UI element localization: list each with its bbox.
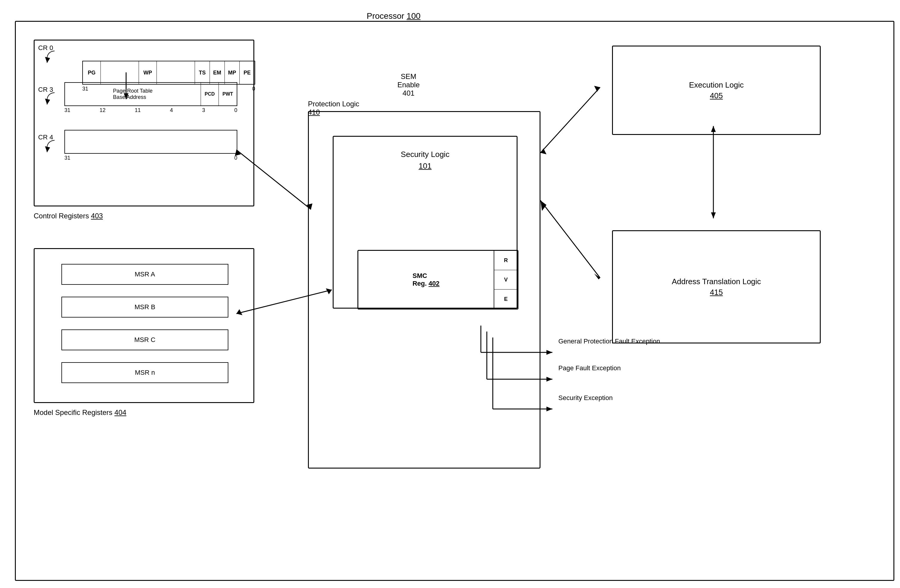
processor-box: SEM Enable 401 CR 0 PG WP TS EM MP PE 31…	[15, 21, 894, 581]
svg-line-11	[540, 200, 600, 278]
protection-logic-label: Protection Logic 410	[308, 100, 359, 116]
security-logic-label: Security Logic101	[334, 137, 517, 172]
cr3-label: CR 3	[38, 86, 53, 94]
cr0-empty2	[157, 61, 195, 84]
security-exception: Security Exception	[559, 394, 613, 402]
svg-marker-9	[594, 86, 600, 92]
msr-label: Model Specific Registers 404	[34, 409, 126, 417]
cr0-label: CR 0	[38, 44, 53, 52]
cr0-wp: WP	[139, 61, 157, 84]
cr3-pwt: PWT	[219, 83, 237, 105]
smc-bit-v: V	[494, 270, 518, 289]
msr-box: MSR A MSR B MSR C MSR n	[34, 248, 254, 403]
cr0-empty1	[101, 61, 139, 84]
cr3-pcd: PCD	[201, 83, 219, 105]
cr4-register	[64, 130, 237, 154]
svg-marker-10	[540, 149, 546, 154]
msr-n-row: MSR n	[61, 362, 228, 383]
svg-marker-19	[546, 350, 552, 355]
svg-marker-15	[711, 212, 716, 218]
processor-label: Processor 100	[367, 11, 421, 21]
protection-logic-box: Security Logic101 SMC Reg. 402 R V E	[308, 111, 540, 469]
svg-line-8	[540, 87, 600, 153]
smc-reg-label: SMC Reg. 402	[358, 251, 493, 309]
sem-enable-label: SEM Enable 401	[397, 73, 420, 97]
msr-b-row: MSR B	[61, 297, 228, 317]
pf-exception: Page Fault Exception	[559, 364, 621, 372]
cr0-pg: PG	[83, 61, 101, 84]
svg-marker-25	[546, 407, 552, 412]
cr0-ts: TS	[195, 61, 210, 84]
smc-bit-e: E	[494, 289, 518, 309]
control-registers-box: CR 0 PG WP TS EM MP PE 31 0 CR 3 Page Ro…	[34, 40, 254, 206]
cr0-em: EM	[210, 61, 225, 84]
svg-marker-13	[540, 200, 546, 211]
smc-reg-box: SMC Reg. 402 R V E	[357, 250, 518, 309]
msr-c-row: MSR C	[61, 330, 228, 350]
svg-marker-12	[594, 274, 600, 279]
cr3-address: Page Root TableBase Address	[65, 83, 201, 105]
cr3-bits: 31 12 11 4 3 0	[64, 107, 237, 113]
address-translation-box: Address Translation Logic 415	[612, 230, 821, 344]
cr0-pe: PE	[240, 61, 254, 84]
control-registers-label: Control Registers 403	[34, 212, 103, 220]
cr0-mp: MP	[225, 61, 240, 84]
execution-logic-label: Execution Logic 405	[689, 79, 744, 101]
cr4-label: CR 4	[38, 133, 53, 141]
cr4-bits: 31 0	[64, 155, 237, 161]
cr0-register: PG WP TS EM MP PE	[82, 61, 255, 85]
gpf-exception: General Protection Fault Exception	[559, 337, 660, 345]
address-translation-label: Address Translation Logic 415	[672, 276, 761, 298]
security-logic-box: Security Logic101 SMC Reg. 402 R V E	[333, 136, 518, 309]
msr-a-row: MSR A	[61, 264, 228, 285]
svg-marker-22	[546, 377, 552, 382]
cr3-register: Page Root TableBase Address PCD PWT	[64, 82, 237, 106]
smc-bit-r: R	[494, 251, 518, 270]
smc-bits-column: R V E	[493, 251, 518, 309]
execution-logic-box: Execution Logic 405	[612, 46, 821, 135]
